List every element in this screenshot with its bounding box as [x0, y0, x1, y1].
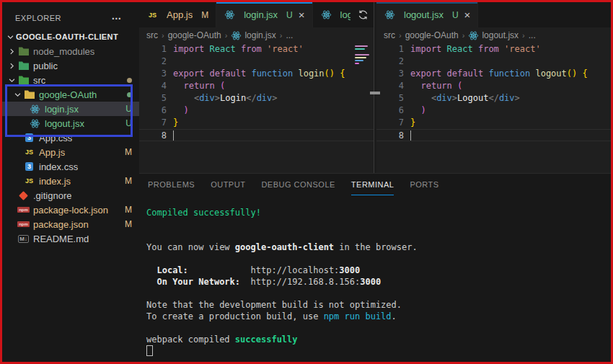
more-actions-icon[interactable]: ⋯	[112, 12, 123, 24]
breadcrumb-item[interactable]: login.jsx	[231, 30, 275, 41]
line-number: 8	[376, 130, 404, 141]
editor-cursor	[410, 130, 411, 141]
line-number: 5	[139, 92, 167, 105]
tree-item-label: public	[33, 61, 58, 71]
tree-item-node_modules[interactable]: node_modules	[2, 44, 139, 58]
tree-item-login.jsx[interactable]: login.jsx U	[2, 102, 139, 116]
tab-logout.jsx[interactable]: logout.jsxU×	[376, 2, 478, 27]
tab-App.js[interactable]: JSApp.jsM	[139, 2, 216, 27]
tree-item-label: logout.jsx	[45, 118, 84, 129]
breadcrumb-item[interactable]: src	[384, 30, 395, 40]
tree-item-package.json[interactable]: npmpackage.json M	[2, 217, 139, 231]
explorer-header: EXPLORER ⋯	[2, 2, 139, 30]
tree-item-label: index.css	[39, 161, 78, 172]
line-number: 6	[376, 105, 404, 117]
close-icon[interactable]: ×	[299, 9, 305, 20]
close-icon[interactable]: ×	[464, 9, 471, 20]
tab-label: login.jsx	[244, 9, 278, 20]
tree-item-label: GOOGLE-OAUTH-CLIENT	[16, 32, 118, 41]
tab-label: logout.jsx	[340, 9, 350, 20]
line-number: 3	[376, 68, 404, 80]
breadcrumb-item[interactable]: src	[146, 30, 158, 40]
breadcrumb-separator: ›	[522, 31, 525, 40]
tabbar: logout.jsxU×	[376, 2, 611, 27]
terminal-line: Local: http://localhost:3000	[146, 265, 611, 276]
panel-tab-debug-console[interactable]: DEBUG CONSOLE	[261, 174, 335, 195]
explorer-title: EXPLORER	[15, 14, 61, 22]
breadcrumb-item[interactable]: ...	[286, 30, 293, 40]
breadcrumb-item[interactable]: google-OAuth	[405, 30, 459, 40]
code-line: 1 import React from 'react'	[376, 43, 611, 56]
code-line: 2	[139, 56, 374, 68]
tree-item-label: package.json	[33, 219, 89, 230]
code-line: 8	[139, 129, 374, 141]
code-line: 5 <div>Logout</div>	[376, 92, 611, 105]
markdown-icon: M↓	[18, 235, 29, 243]
breadcrumb-item[interactable]: logout.jsx	[468, 30, 519, 41]
terminal-line: Note that the development build is not o…	[146, 299, 611, 311]
npm-icon: npm	[17, 221, 30, 227]
panel-tab-problems[interactable]: PROBLEMS	[148, 174, 195, 195]
line-number: 2	[376, 56, 404, 68]
tree-item-.gitignore[interactable]: .gitignore	[2, 188, 139, 203]
open-changes-icon[interactable]	[358, 9, 369, 20]
tree-item-README.md[interactable]: M↓README.md	[2, 231, 139, 246]
line-number: 1	[139, 43, 167, 56]
code-line: 3 export default function logout() {	[376, 68, 611, 80]
minimap[interactable]	[353, 44, 371, 66]
code-editor[interactable]: 1 import React from 'react' 2 3 export d…	[376, 43, 611, 173]
tab-logout.jsx[interactable]: logout.jsx	[313, 2, 350, 27]
terminal-line: On Your Network: http://192.168.8.156:30…	[146, 276, 611, 288]
terminal-cursor	[146, 345, 153, 356]
tree-item-label: App.css	[39, 133, 72, 143]
tree-item-public[interactable]: public	[2, 58, 139, 73]
tabbar: JSApp.jsM login.jsxU× logout.jsx ⋯	[139, 2, 374, 27]
react-icon	[30, 104, 40, 115]
tree-item-GOOGLE-OAUTH-CLIENT[interactable]: GOOGLE-OAUTH-CLIENT	[2, 30, 139, 44]
tree-item-App.js[interactable]: JSApp.js M	[2, 145, 139, 159]
tree-item-index.js[interactable]: JSindex.js M	[2, 174, 139, 188]
css-icon: 3	[25, 133, 33, 142]
terminal-line	[146, 253, 611, 265]
line-number: 4	[139, 80, 167, 92]
tree-item-label: App.js	[39, 147, 65, 158]
tree-item-logout.jsx[interactable]: logout.jsx U	[2, 116, 139, 130]
panel-tab-terminal[interactable]: TERMINAL	[351, 174, 394, 195]
git-icon	[19, 191, 28, 200]
tree-item-google-OAuth[interactable]: google-OAuth	[2, 87, 139, 102]
panel-tab-ports[interactable]: PORTS	[410, 174, 438, 195]
tree-item-label: login.jsx	[45, 104, 79, 115]
code-line: 2	[376, 56, 611, 68]
git-status-badge: M	[125, 219, 132, 229]
code-editor[interactable]: 1 import React from 'react' 2 3 export d…	[139, 43, 374, 173]
breadcrumb-separator: ›	[462, 31, 465, 40]
breadcrumb-item[interactable]: ...	[529, 30, 536, 40]
editor-group-right: logout.jsxU× src›google-OAuth›logout.jsx…	[376, 2, 611, 173]
tab-login.jsx[interactable]: login.jsxU×	[216, 2, 312, 27]
panel-tab-output[interactable]: OUTPUT	[211, 174, 245, 195]
terminal-output[interactable]: Compiled successfully!You can now view g…	[139, 195, 611, 358]
breadcrumb-item[interactable]: google-OAuth	[168, 30, 221, 40]
tree-item-App.css[interactable]: 3App.css	[2, 130, 139, 145]
breadcrumb-separator: ›	[225, 31, 228, 40]
react-icon	[468, 30, 479, 41]
git-status-badge: M	[125, 176, 132, 186]
chevron-down-icon	[6, 33, 14, 41]
sash-handle[interactable]	[370, 92, 380, 94]
css-icon: 3	[25, 162, 33, 171]
git-status-badge: M	[201, 10, 208, 20]
terminal-line	[146, 288, 611, 299]
bottom-panel: PROBLEMSOUTPUTDEBUG CONSOLETERMINALPORTS…	[139, 173, 611, 362]
tree-item-index.css[interactable]: 3index.css	[2, 159, 139, 174]
react-icon	[231, 30, 242, 41]
react-icon	[321, 9, 332, 20]
git-status-dot	[127, 78, 132, 83]
editor-cursor	[173, 130, 174, 141]
tree-item-src[interactable]: src	[2, 73, 139, 87]
terminal-line	[146, 218, 611, 230]
line-number: 3	[139, 68, 167, 80]
editor-group-left: JSApp.jsM login.jsxU× logout.jsx ⋯ src›g…	[139, 2, 374, 173]
chevron-right-icon	[8, 62, 16, 70]
tree-item-package-lock.json[interactable]: npmpackage-lock.json M	[2, 203, 139, 217]
git-status-dot	[127, 92, 132, 97]
